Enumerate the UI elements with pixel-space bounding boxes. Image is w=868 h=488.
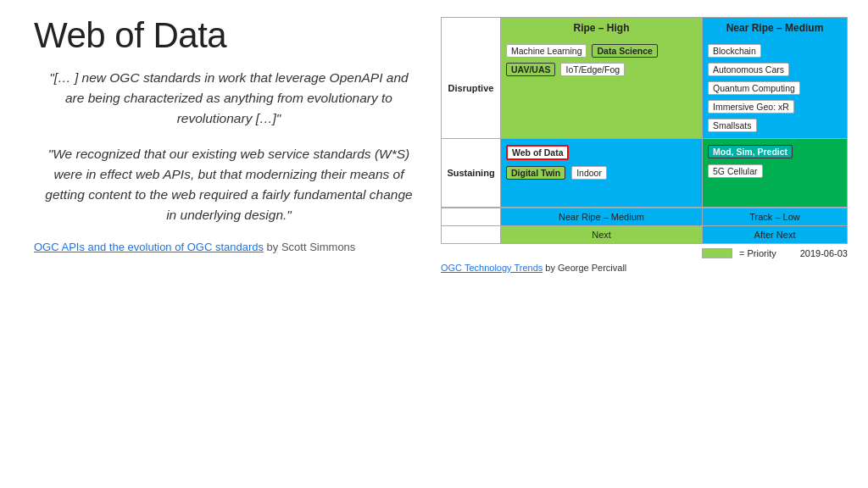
chart-header: Ripe – High Near Ripe – Medium: [442, 18, 847, 38]
priority-label: = Priority: [739, 248, 776, 258]
bottom-link-anchor[interactable]: OGC APIs and the evolution of OGC standa…: [34, 241, 264, 253]
chip-iot-edge-fog: IoT/Edge/Fog: [560, 63, 625, 76]
chip-web-of-data: Web of Data: [506, 145, 569, 160]
disruptive-label: Disruptive: [442, 38, 501, 138]
disruptive-mid-cell: Machine Learning Data Science UAV/UAS Io…: [501, 38, 703, 138]
disruptive-right-cell: Blockchain Autonomous Cars Quantum Compu…: [703, 38, 847, 138]
sustaining-mid-cell: Web of Data Digital Twin Indoor: [501, 139, 703, 207]
chip-data-science: Data Science: [592, 44, 657, 58]
footer2-next: Next: [501, 226, 703, 243]
chip-indoor: Indoor: [571, 166, 607, 180]
chip-quantum-computing: Quantum Computing: [708, 81, 800, 95]
chip-digital-twin: Digital Twin: [506, 166, 565, 180]
technology-trends-chart: Ripe – High Near Ripe – Medium Disruptiv…: [441, 17, 848, 244]
disruptive-row: Disruptive Machine Learning Data Science…: [442, 38, 847, 139]
chip-5g-cellular: 5G Cellular: [708, 164, 763, 178]
priority-color-box: [702, 248, 732, 258]
sustaining-row: Sustaining Web of Data Digital Twin Indo…: [442, 139, 847, 208]
chart-header-ripe-high: Ripe – High: [501, 18, 703, 38]
chip-mod-sim-predict: Mod, Sim, Predict: [708, 145, 793, 158]
chip-blockchain: Blockchain: [708, 44, 761, 58]
sustaining-right-cell: Mod, Sim, Predict 5G Cellular: [703, 139, 847, 207]
page-title: Web of Data: [34, 15, 424, 56]
footer1-track-low: Track – Low: [703, 208, 847, 225]
footer1-blank: [442, 208, 501, 225]
quote2: "We recognized that our existing web ser…: [34, 144, 424, 225]
chip-uav-uas: UAV/UAS: [506, 63, 555, 76]
quote1: "[… ] new OGC standards in work that lev…: [34, 68, 424, 129]
date-label: 2019-06-03: [800, 248, 848, 258]
chip-machine-learning: Machine Learning: [506, 44, 587, 58]
right-panel: Ripe – High Near Ripe – Medium Disruptiv…: [441, 15, 848, 480]
chart-header-blank: [442, 18, 501, 38]
chart-footer1: Near Ripe – Medium Track – Low: [442, 208, 847, 225]
sustaining-label: Sustaining: [442, 139, 501, 207]
chart-caption: OGC Technology Trends by George Percival…: [441, 263, 848, 273]
footer1-near-ripe: Near Ripe – Medium: [501, 208, 703, 225]
chip-smallsats: Smallsats: [708, 119, 757, 132]
chip-autonomous-cars: Autonomous Cars: [708, 63, 789, 76]
footer2-blank: [442, 226, 501, 243]
ogc-technology-trends-link[interactable]: OGC Technology Trends: [441, 263, 542, 273]
chart-footer2: Next After Next: [442, 225, 847, 243]
chip-immersive-geo: Immersive Geo: xR: [708, 100, 794, 114]
chart-caption-suffix: by George Percivall: [542, 263, 626, 273]
bottom-link[interactable]: OGC APIs and the evolution of OGC standa…: [34, 241, 424, 253]
footer2-after-next: After Next: [703, 226, 847, 243]
chart-header-near-ripe: Near Ripe – Medium: [703, 18, 847, 38]
left-panel: Web of Data "[… ] new OGC standards in w…: [34, 15, 424, 480]
